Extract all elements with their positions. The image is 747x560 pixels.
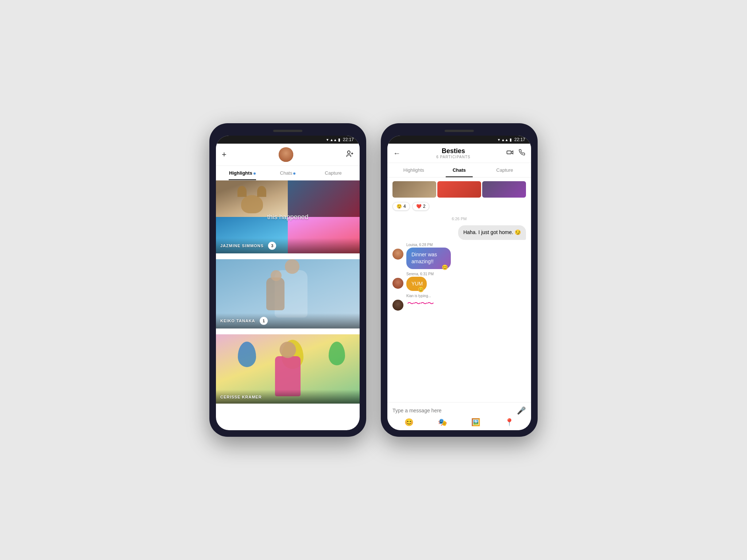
battery-icon-2: ▮ [510, 137, 512, 142]
reaction-row: 😲 4 ❤️ 2 [392, 202, 526, 211]
heart-count: 2 [423, 204, 426, 209]
photo-button[interactable]: 🖼️ [471, 418, 480, 427]
keiko-count: 1 [260, 317, 268, 325]
highlight-section-3[interactable]: CERISSE KRAMER [216, 334, 360, 404]
svg-rect-3 [507, 151, 511, 153]
louisa-reaction: 😊 [442, 264, 448, 271]
chats-dot [293, 172, 295, 175]
highlight-1-overlay: JAZMINE SIMMONS 3 [216, 238, 360, 253]
location-button[interactable]: 📍 [505, 418, 514, 427]
wavy-divider-1 [216, 253, 360, 259]
shared-photo-3 [482, 181, 526, 198]
chat-input-row: 🎤 [392, 406, 526, 415]
add-person-button[interactable] [346, 150, 354, 160]
chat-title-area: Besties 6 PARTICIPANTS [436, 147, 470, 159]
phone-2-screen: ▾ ▲▲ ▮ 22:17 ← Besties 6 PARTICIPANTS [387, 136, 531, 430]
message-self: Haha. I just got home. 😏 [458, 225, 526, 240]
shared-photo-1 [392, 181, 436, 198]
avatar-serena [392, 278, 403, 289]
speaker-1 [273, 130, 302, 132]
status-bar-1: ▾ ▲▲ ▮ 22:17 [216, 136, 360, 144]
shared-photos [392, 181, 526, 198]
sticker-button[interactable]: 🎭 [438, 418, 447, 427]
highlights-content: this happened JAZMINE SIMMONS 3 [216, 180, 360, 430]
status-icons-1: ▾ ▲▲ ▮ 22:17 [326, 137, 354, 142]
tab-capture-1[interactable]: Capture [310, 166, 356, 180]
louisa-text: Dinner was amazing!! [411, 252, 437, 265]
serena-text: YUM [411, 281, 423, 287]
message-serena-container: Serena, 6:31 PM YUM 😊 [392, 272, 526, 291]
tab-highlights-1[interactable]: Highlights [220, 166, 265, 180]
scene: ▾ ▲▲ ▮ 22:17 + [0, 0, 747, 560]
video-call-button[interactable] [506, 149, 514, 158]
tab-highlights-2[interactable]: Highlights [391, 163, 437, 177]
highlight-2-overlay: KEIKO TANAKA 1 [216, 313, 360, 328]
serena-msg-block: Serena, 6:31 PM YUM 😊 [406, 272, 434, 291]
jazmine-count: 3 [268, 242, 276, 250]
highlight-section-1[interactable]: this happened JAZMINE SIMMONS 3 [216, 180, 360, 253]
tab-chats-2[interactable]: Chats [437, 163, 482, 177]
highlight-3-overlay: CERISSE KRAMER [216, 390, 360, 404]
shocked-emoji: 😲 [396, 204, 402, 209]
speaker-2 [445, 130, 474, 132]
status-bar-2: ▾ ▲▲ ▮ 22:17 [387, 136, 531, 144]
battery-icon: ▮ [338, 137, 340, 142]
message-input[interactable] [392, 408, 514, 413]
highlights-dot [253, 172, 256, 175]
jazmine-name: JAZMINE SIMMONS [220, 244, 264, 248]
phone-2: ▾ ▲▲ ▮ 22:17 ← Besties 6 PARTICIPANTS [381, 123, 538, 437]
user-avatar[interactable] [279, 147, 293, 162]
back-button[interactable]: ← [393, 149, 400, 158]
signal-icon-2: ▲▲ [501, 138, 508, 142]
chat-messages: 😲 4 ❤️ 2 6:26 PM Haha. I just got home. … [387, 178, 531, 402]
phone2-tabs: Highlights Chats Capture [387, 163, 531, 178]
shared-photo-2 [437, 181, 481, 198]
highlight-section-2[interactable]: KEIKO TANAKA 1 [216, 259, 360, 328]
wifi-icon: ▾ [326, 137, 329, 142]
chat-toolbar: 😊 🎭 🖼️ 📍 [392, 415, 526, 427]
chat-input-area: 🎤 😊 🎭 🖼️ 📍 [387, 402, 531, 430]
voice-call-button[interactable] [519, 149, 525, 158]
svg-point-0 [348, 151, 350, 153]
wavy-divider-2 [216, 328, 360, 334]
phone-1: ▾ ▲▲ ▮ 22:17 + [209, 123, 366, 437]
serena-reaction: 😊 [418, 286, 424, 293]
serena-sender: Serena, 6:31 PM [406, 272, 434, 276]
reaction-shocked[interactable]: 😲 4 [392, 202, 410, 211]
chat-subtitle: 6 PARTICIPANTS [436, 155, 470, 159]
kian-typing-text: Kian is typing... [406, 294, 433, 298]
avatar-louisa [392, 249, 403, 260]
status-icons-2: ▾ ▲▲ ▮ 22:17 [498, 137, 525, 142]
message-serena: YUM 😊 [406, 277, 427, 291]
louisa-sender: Louisa, 6:28 PM [406, 243, 466, 247]
new-chat-button[interactable]: + [222, 150, 227, 159]
chat-title: Besties [436, 147, 470, 155]
timestamp-1: 6:26 PM [392, 217, 526, 221]
phone-1-screen: ▾ ▲▲ ▮ 22:17 + [216, 136, 360, 430]
this-happened-text: this happened [267, 213, 308, 221]
cerisse-name: CERISSE KRAMER [220, 395, 262, 399]
message-louisa: Dinner was amazing!! 😊 [406, 248, 451, 269]
tab-chats-1[interactable]: Chats [265, 166, 311, 180]
reaction-heart[interactable]: ❤️ 2 [412, 202, 430, 211]
status-time-1: 22:17 [343, 137, 354, 142]
avatar-kian [392, 300, 403, 311]
dog-photo [216, 180, 288, 217]
wifi-icon-2: ▾ [498, 137, 500, 142]
voice-input-button[interactable]: 🎤 [517, 406, 526, 415]
louisa-msg-block: Louisa, 6:28 PM Dinner was amazing!! 😊 [406, 243, 466, 269]
header-icons [506, 149, 525, 158]
purple-photo [288, 180, 360, 217]
phone1-header: + [216, 144, 360, 166]
shocked-count: 4 [403, 204, 406, 209]
kian-typing-block: Kian is typing... 〜〜〜〜 [406, 294, 433, 308]
message-self-text: Haha. I just got home. 😏 [463, 229, 521, 235]
emoji-button[interactable]: 😊 [405, 418, 414, 427]
keiko-name: KEIKO TANAKA [220, 319, 255, 323]
typing-indicator-container: Kian is typing... 〜〜〜〜 [392, 294, 526, 311]
signal-icon: ▲▲ [330, 138, 337, 142]
heart-emoji: ❤️ [416, 204, 422, 209]
tab-capture-2[interactable]: Capture [482, 163, 527, 177]
phone2-header: ← Besties 6 PARTICIPANTS [387, 144, 531, 163]
message-self-container: Haha. I just got home. 😏 [392, 225, 526, 240]
